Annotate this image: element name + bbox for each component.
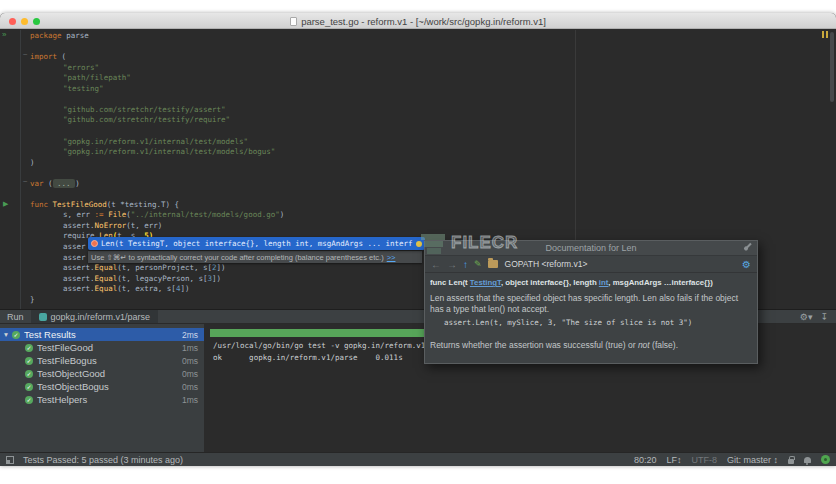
code-line: package parse [30, 31, 89, 41]
doc-returns: Returns whether the assertion was succes… [430, 340, 752, 350]
code-line: assert.Equal(t, legacyPerson, s[3]) [30, 274, 221, 284]
code-line: "github.com/stretchr/testify/require" [30, 115, 230, 125]
edit-source-icon[interactable]: ✎ [474, 259, 482, 269]
code-line: var ( ... ) [30, 179, 80, 189]
hide-panel-icon[interactable]: ↧ [820, 312, 828, 322]
test-duration: 0ms [182, 356, 198, 366]
up-to-source-icon[interactable]: ↑ [463, 259, 468, 270]
doc-popup-toolbar: ← → ↑ ✎ GOPATH <reform.v1> ⚙ [425, 256, 757, 273]
test-duration: 2ms [182, 330, 198, 340]
status-widgets: 80:20 LF↕ UTF-8 Git: master ↕ [634, 455, 836, 465]
git-branch-widget[interactable]: Git: master ↕ [727, 455, 778, 465]
editor-scrollbar[interactable] [830, 32, 834, 102]
lock-icon[interactable] [788, 459, 794, 464]
doc-popup-content: func Len(t TestingT, object interface{},… [425, 273, 757, 350]
code-line: "github.com/stretchr/testify/assert" [30, 105, 226, 115]
code-line: func TestFileGood(t *testing.T) { [30, 200, 179, 210]
line-ending-widget[interactable]: LF↕ [666, 455, 681, 465]
test-result-row[interactable]: ✓TestHelpers1ms [0, 393, 204, 406]
code-line: assert.NoError(t, err) [30, 221, 162, 231]
run-tab-label: gopkg.in/reform.v1/parse [51, 312, 151, 322]
code-line: assert.Equal(t, extra, s[4]) [30, 284, 189, 294]
document-icon [290, 17, 297, 26]
lightbulb-icon[interactable] [416, 241, 422, 247]
toolwindow-switcher-icon[interactable] [6, 456, 14, 464]
console-line: /usr/local/go/bin/go test -v gopkg.in/re… [213, 341, 452, 350]
test-name: TestFileBogus [37, 355, 182, 366]
code-line: assert.Equal(t, personProject, s[2]) [30, 263, 226, 273]
titlebar[interactable]: parse_test.go - reform.v1 - [~/work/src/… [0, 13, 836, 29]
go-test-icon [39, 313, 47, 321]
hint-more-link[interactable]: >> [387, 253, 396, 262]
test-passed-icon: ✓ [25, 396, 33, 404]
status-bar: Tests Passed: 5 passed (3 minutes ago) 8… [0, 452, 836, 466]
inspections-indicator-icon[interactable] [821, 455, 830, 464]
error-stripe-marks [822, 31, 828, 38]
test-result-row[interactable]: ✓TestObjectBogus0ms [0, 380, 204, 393]
test-duration: 1ms [182, 343, 198, 353]
hint-text: Use ⇧⌘↵ to syntactically correct your co… [91, 253, 384, 262]
shortcut-hint-popup: Use ⇧⌘↵ to syntactically correct your co… [88, 251, 422, 263]
screen: parse_test.go - reform.v1 - [~/work/src/… [0, 0, 836, 484]
test-name: Test Results [24, 329, 182, 340]
test-passed-icon: ✓ [25, 370, 33, 378]
code-line: "path/filepath" [30, 73, 131, 83]
doc-location-label: GOPATH <reform.v1> [505, 259, 588, 269]
ide-window: parse_test.go - reform.v1 - [~/work/src/… [0, 13, 836, 466]
doc-popup-header[interactable]: Documentation for Len [425, 241, 757, 256]
doc-settings-gear-icon[interactable]: ⚙ [742, 259, 751, 270]
caret-position-widget[interactable]: 80:20 [634, 455, 657, 465]
code-line: "testing" [30, 84, 104, 94]
code-line: asser [30, 242, 86, 252]
code-line: "errors" [30, 63, 99, 73]
test-duration: 0ms [182, 369, 198, 379]
completion-popup[interactable]: Len(t TestingT, object interface{}, leng… [88, 237, 425, 250]
test-passed-icon: ✓ [25, 344, 33, 352]
code-line: asser [30, 253, 86, 263]
run-panel-actions: ⚙▾ ↧ [800, 312, 836, 322]
code-line: import ( [30, 52, 66, 62]
test-name: TestFileGood [37, 342, 182, 353]
doc-popup-title: Documentation for Len [545, 243, 636, 253]
test-result-row[interactable]: ✓TestObjectGood0ms [0, 367, 204, 380]
editor-gutter: » ▶ [0, 30, 21, 310]
fold-icon[interactable]: − [23, 51, 28, 59]
window-title: parse_test.go - reform.v1 - [~/work/src/… [301, 16, 546, 27]
back-icon[interactable]: ← [431, 259, 441, 270]
test-passed-icon: ✓ [12, 331, 20, 339]
code-line: "gopkg.in/reform.v1/internal/test/models… [30, 147, 275, 157]
test-result-row[interactable]: ✓TestFileBogus0ms [0, 354, 204, 367]
run-file-icon[interactable]: » [2, 31, 6, 39]
pin-icon[interactable] [745, 243, 751, 249]
notifications-bell-icon[interactable] [804, 457, 811, 463]
test-result-row[interactable]: ✓TestFileGood1ms [0, 341, 204, 354]
type-link-int[interactable]: int [599, 278, 609, 287]
title-wrap: parse_test.go - reform.v1 - [~/work/src/… [0, 13, 836, 29]
run-panel-label: Run [0, 312, 31, 322]
doc-signature: func Len(t TestingT, object interface{},… [430, 278, 752, 287]
completion-signature: Len(t TestingT, object interface{}, leng… [101, 239, 413, 248]
run-test-icon[interactable]: ▶ [3, 200, 8, 208]
settings-gear-icon[interactable]: ⚙▾ [800, 312, 813, 322]
test-passed-icon: ✓ [25, 357, 33, 365]
forward-icon[interactable]: → [447, 259, 457, 270]
test-name: TestObjectBogus [37, 381, 182, 392]
folder-icon [488, 260, 498, 268]
documentation-popup[interactable]: Documentation for Len ← → ↑ ✎ GOPATH <re… [424, 240, 758, 364]
test-results-root-row[interactable]: ▼✓Test Results2ms [0, 328, 204, 341]
code-line: } [30, 295, 35, 305]
run-tab[interactable]: gopkg.in/reform.v1/parse [31, 310, 159, 323]
collapse-arrow-icon[interactable]: ▼ [0, 331, 12, 338]
status-message: Tests Passed: 5 passed (3 minutes ago) [23, 455, 183, 465]
function-icon [91, 240, 98, 247]
test-duration: 0ms [182, 382, 198, 392]
test-duration: 1ms [182, 395, 198, 405]
fold-icon[interactable]: − [23, 178, 28, 186]
test-name: TestHelpers [37, 394, 182, 405]
code-line: "gopkg.in/reform.v1/internal/test/models… [30, 137, 248, 147]
code-line: ) [30, 158, 35, 168]
type-link-testingt[interactable]: TestingT [470, 278, 501, 287]
test-results-tree: ▼✓Test Results2ms✓TestFileGood1ms✓TestFi… [0, 324, 204, 452]
encoding-widget[interactable]: UTF-8 [691, 455, 717, 465]
test-name: TestObjectGood [37, 368, 182, 379]
